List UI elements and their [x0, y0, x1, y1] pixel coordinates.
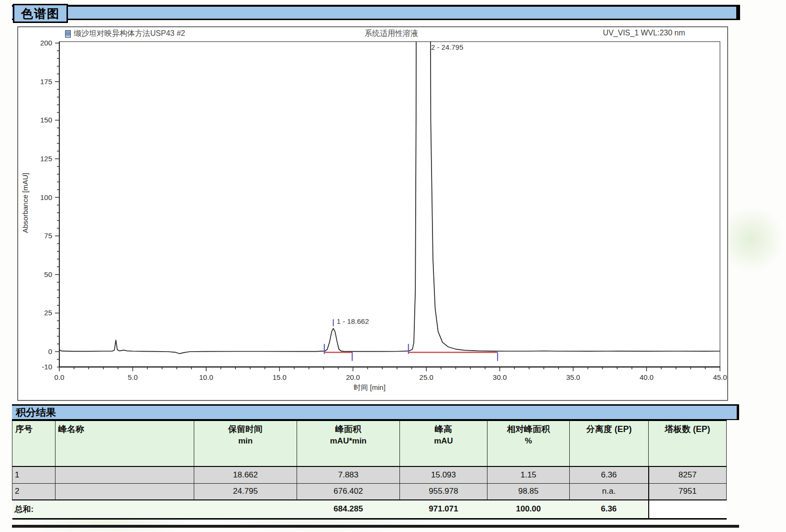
- sum-plates: [649, 500, 727, 519]
- svg-text:45.0: 45.0: [713, 373, 727, 381]
- sum-resolution: 6.36: [570, 500, 649, 519]
- cell-no: 1: [12, 466, 55, 483]
- svg-text:35.0: 35.0: [566, 373, 580, 381]
- cell-plates: 7951: [649, 483, 727, 500]
- sum-height: 971.071: [400, 500, 487, 519]
- table-header-row: 序号 峰名称 保留时间min 峰面积mAU*min 峰高mAU 相对峰面积% 分…: [12, 421, 727, 466]
- table-sum-row: 总和: 684.285 971.071 100.00 6.36: [12, 500, 727, 519]
- results-title-text: 积分结果: [16, 406, 56, 419]
- cell-retention: 18.662: [194, 466, 297, 483]
- svg-text:100: 100: [40, 193, 52, 201]
- svg-text:15.0: 15.0: [273, 373, 287, 381]
- cell-area: 7.883: [297, 466, 400, 483]
- cell-height: 15.093: [400, 466, 487, 483]
- svg-text:10.0: 10.0: [199, 373, 213, 381]
- sample-name: 系统适用性溶液: [320, 29, 463, 39]
- col-header-height: 峰高mAU: [400, 421, 487, 466]
- section-bar-chromatogram: 色谱图: [12, 5, 740, 20]
- svg-text:5.0: 5.0: [128, 373, 138, 381]
- svg-text:50: 50: [44, 270, 52, 278]
- svg-text:75: 75: [44, 232, 52, 240]
- col-header-no: 序号: [12, 421, 55, 466]
- svg-text:20.0: 20.0: [346, 373, 360, 381]
- cell-no: 2: [12, 483, 55, 500]
- y-axis: 2001751501251007550250-10Absorbance [mAU…: [21, 39, 59, 371]
- peak-labels: 1 - 18.6622 - 24.795: [337, 43, 464, 325]
- cell-peak-name: [55, 466, 194, 483]
- report-page: 色谱图 0.05.010.015.020.025.030.035.040.045…: [0, 0, 786, 532]
- x-axis: 0.05.010.015.020.025.030.035.040.045.0时间…: [55, 367, 727, 391]
- plot-frame: [59, 42, 720, 367]
- svg-text:25.0: 25.0: [420, 373, 433, 381]
- section-bar-results: 积分结果: [12, 404, 739, 420]
- chromatogram-plot[interactable]: 0.05.010.015.020.025.030.035.040.045.0时间…: [18, 27, 729, 402]
- sum-retention: [194, 500, 297, 519]
- chromatogram-panel: 0.05.010.015.020.025.030.035.040.045.0时间…: [17, 26, 728, 401]
- integration-marks: [324, 319, 498, 361]
- svg-text:30.0: 30.0: [493, 373, 507, 381]
- svg-text:0: 0: [48, 347, 52, 355]
- injection-icon: [65, 30, 71, 38]
- col-header-rel-area: 相对峰面积%: [487, 421, 570, 466]
- cell-rel-area: 1.15: [487, 466, 570, 483]
- detector-label: UV_VIS_1 WVL:230 nm: [603, 29, 685, 37]
- sum-label: 总和:: [12, 500, 194, 519]
- svg-text:25: 25: [44, 309, 52, 317]
- col-header-retention: 保留时间min: [194, 421, 297, 466]
- cell-rel-area: 98.85: [487, 483, 570, 500]
- sum-area: 684.285: [297, 500, 400, 519]
- x-axis-title: 时间 [min]: [354, 383, 386, 391]
- svg-text:2 - 24.795: 2 - 24.795: [431, 43, 464, 51]
- sum-rel-area: 100.00: [487, 500, 570, 519]
- svg-text:150: 150: [40, 116, 52, 124]
- table-row: 2 24.795 676.402 955.978 98.85 n.a. 7951: [12, 483, 727, 500]
- plot-header: 缬沙坦对映异构体方法USP43 #2 系统适用性溶液 UV_VIS_1 WVL:…: [18, 29, 727, 40]
- table-row: 1 18.662 7.883 15.093 1.15 6.36 8257: [12, 466, 727, 483]
- col-header-resolution: 分离度 (EP): [570, 421, 649, 466]
- svg-text:1 - 18.662: 1 - 18.662: [337, 317, 369, 325]
- method-title: 缬沙坦对映异构体方法USP43 #2: [74, 29, 185, 39]
- cell-plates: 8257: [649, 466, 727, 483]
- svg-text:40.0: 40.0: [640, 373, 653, 381]
- section-title-chromatogram: 色谱图: [13, 4, 68, 23]
- svg-text:175: 175: [40, 78, 52, 86]
- cell-resolution: n.a.: [570, 483, 649, 500]
- svg-text:0.0: 0.0: [55, 373, 65, 381]
- cell-area: 676.402: [297, 483, 400, 500]
- integration-results-table: 序号 峰名称 保留时间min 峰面积mAU*min 峰高mAU 相对峰面积% 分…: [12, 420, 727, 520]
- col-header-peak-name: 峰名称: [55, 421, 194, 466]
- cell-height: 955.978: [400, 483, 487, 500]
- cell-retention: 24.795: [194, 483, 297, 500]
- section-title-text: 色谱图: [21, 6, 60, 22]
- cell-resolution: 6.36: [570, 466, 649, 483]
- y-axis-title: Absorbance [mAU]: [21, 173, 29, 233]
- col-header-area: 峰面积mAU*min: [297, 421, 400, 466]
- signal-trace: [59, 27, 720, 354]
- svg-text:125: 125: [40, 155, 52, 163]
- svg-text:-10: -10: [42, 363, 52, 371]
- col-header-plates: 塔板数 (EP): [649, 421, 727, 466]
- plot-header-left: 缬沙坦对映异构体方法USP43 #2: [65, 29, 185, 39]
- bottom-divider: [12, 525, 739, 528]
- cell-peak-name: [55, 483, 194, 500]
